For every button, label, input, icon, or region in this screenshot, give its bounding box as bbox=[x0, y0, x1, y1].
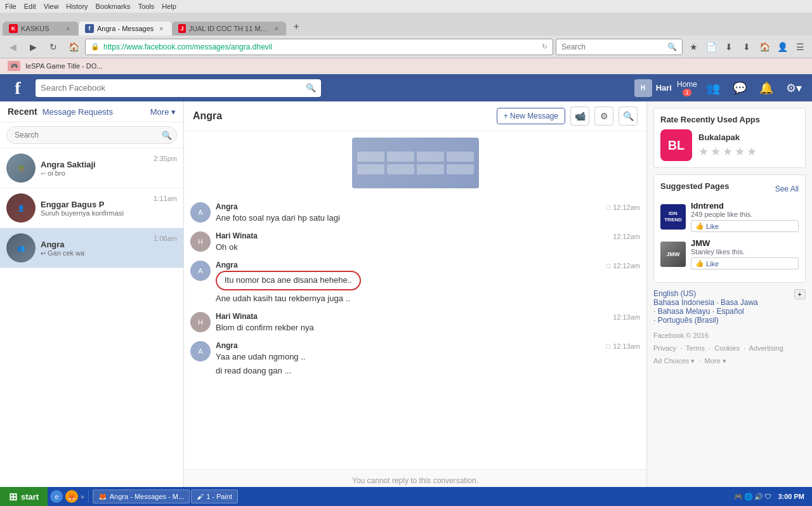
like-button-jmw[interactable]: 👍 Like bbox=[691, 257, 799, 269]
facebook-user[interactable]: H Hari bbox=[634, 79, 672, 97]
reload-icon[interactable]: ↻ bbox=[542, 42, 547, 51]
home-nav-button[interactable]: 🏠 bbox=[65, 38, 82, 56]
current-language[interactable]: English (US) bbox=[653, 289, 696, 298]
search-chat-button[interactable]: 🔍 bbox=[619, 107, 638, 126]
sidebar-search-input[interactable] bbox=[6, 126, 177, 144]
url-bar[interactable]: 🔒 https://www.facebook.com/messages/angr… bbox=[85, 39, 553, 55]
conversation-time: 1:06am bbox=[154, 233, 177, 242]
taskbar-item-paint[interactable]: 🖌 1 - Paint bbox=[191, 490, 238, 503]
profile-icon[interactable]: 👤 bbox=[774, 39, 790, 55]
message-text: Ane foto soal nya dari hp satu lagi bbox=[216, 212, 601, 224]
tab-kaskus[interactable]: K KASKUS × bbox=[3, 22, 79, 36]
page-likes: Stanley likes this. bbox=[691, 248, 799, 256]
tab-jual-close[interactable]: × bbox=[273, 24, 280, 33]
footer-advertising[interactable]: Advertising bbox=[749, 344, 783, 352]
footer-ad-choices[interactable]: Ad Choices bbox=[653, 357, 689, 365]
idntrend-icon: IDN TREND bbox=[660, 204, 686, 230]
reader-icon[interactable]: 📄 bbox=[703, 39, 719, 55]
antivirus-tray-icon[interactable]: 🛡 bbox=[764, 493, 771, 500]
message-row-5: A Angra Yaa ane udah ngmong .. di read d… bbox=[190, 341, 640, 377]
ie-icon[interactable]: e bbox=[50, 490, 63, 503]
message-text-circled: Itu nomor bca ane disana hehehe.. bbox=[216, 271, 361, 290]
star-4[interactable]: ★ bbox=[735, 145, 745, 159]
tab-angra-label: Angra - Messages bbox=[97, 25, 154, 32]
notifications-icon[interactable]: 🔔 bbox=[756, 79, 777, 98]
browser-toolbar: ◀ ▶ ↻ 🏠 🔒 https://www.facebook.com/messa… bbox=[0, 36, 812, 58]
message-avatar-hari-2: H bbox=[190, 312, 211, 332]
home-icon[interactable]: 🏠 bbox=[756, 39, 773, 55]
footer-cookies[interactable]: Cookies bbox=[714, 344, 740, 352]
taskbar-item-firefox[interactable]: 🦊 Angra - Messages - M... bbox=[93, 490, 190, 503]
facebook-search-bar[interactable]: 🔍 bbox=[36, 79, 321, 97]
tab-jual[interactable]: J JUAL ID COC TH 11 MAX , JA... × bbox=[172, 22, 286, 36]
star-5[interactable]: ★ bbox=[747, 145, 757, 159]
tab-angra-close[interactable]: × bbox=[157, 24, 166, 33]
video-call-button[interactable]: 📹 bbox=[570, 107, 589, 126]
star-1[interactable]: ★ bbox=[698, 145, 709, 159]
notif-icon: 🎮 bbox=[8, 61, 20, 71]
see-all-link[interactable]: See All bbox=[775, 185, 799, 193]
forward-button[interactable]: ▶ bbox=[24, 38, 42, 56]
menu-edit[interactable]: Edit bbox=[24, 3, 36, 10]
pocket-icon[interactable]: ⬇ bbox=[721, 39, 737, 55]
messages-icon[interactable]: 💬 bbox=[729, 79, 750, 98]
star-rating[interactable]: ★ ★ ★ ★ ★ bbox=[698, 145, 757, 159]
settings-icon[interactable]: ⚙▾ bbox=[782, 79, 806, 98]
more-label: More bbox=[150, 107, 169, 117]
conversation-item-angra-saktiaji[interactable]: 🌴 Angra Saktiaji ↩ oi bro 2:35pm bbox=[0, 148, 183, 188]
menu-help[interactable]: Help bbox=[162, 3, 176, 10]
page-item-jmw: JMW JMW Stanley likes this. 👍 Like bbox=[660, 238, 799, 269]
conversation-preview: ↩ oi bro bbox=[41, 169, 148, 177]
facebook-search-input[interactable] bbox=[41, 83, 302, 93]
footer-terms[interactable]: Terms bbox=[686, 344, 705, 352]
tab-angra[interactable]: f Angra - Messages × bbox=[79, 22, 172, 36]
star-2[interactable]: ★ bbox=[710, 145, 721, 159]
menu-view[interactable]: View bbox=[44, 3, 59, 10]
copyright: Facebook © 2016 bbox=[653, 330, 806, 342]
home-badge: 1 bbox=[683, 89, 691, 96]
footer-privacy[interactable]: Privacy bbox=[653, 344, 676, 352]
user-avatar: H bbox=[634, 79, 652, 97]
chat-image-preview bbox=[352, 138, 479, 188]
new-message-button[interactable]: + New Message bbox=[497, 108, 565, 124]
thumbs-up-icon: 👍 bbox=[695, 222, 704, 230]
add-language-button[interactable]: + bbox=[794, 289, 806, 299]
menu-tools[interactable]: Tools bbox=[138, 3, 155, 10]
friends-icon[interactable]: 👥 bbox=[702, 79, 724, 98]
facebook-header: f 🔍 H Hari Home 1 👥 💬 🔔 ⚙▾ bbox=[0, 74, 812, 101]
star-3[interactable]: ★ bbox=[723, 145, 733, 159]
lang-basa-jawa[interactable]: Basa Jawa bbox=[721, 298, 758, 307]
tab-kaskus-close[interactable]: × bbox=[63, 24, 72, 33]
menu-history[interactable]: History bbox=[66, 3, 88, 10]
downloads-icon[interactable]: ⬇ bbox=[738, 39, 755, 55]
conversation-item-enggar[interactable]: 👤 Enggar Bagus P Suruh buyernya konfirma… bbox=[0, 188, 183, 228]
refresh-button[interactable]: ↻ bbox=[44, 38, 62, 56]
network-tray-icon[interactable]: 🌐 bbox=[744, 493, 753, 501]
firefox-icon[interactable]: 🦊 bbox=[65, 490, 78, 503]
footer-more[interactable]: More bbox=[705, 357, 721, 365]
new-tab-button[interactable]: + bbox=[287, 18, 305, 36]
volume-tray-icon[interactable]: 🔊 bbox=[754, 493, 763, 501]
browser-search-input[interactable] bbox=[561, 42, 667, 51]
lang-bahasa-melayu[interactable]: Bahasa Melayu bbox=[658, 307, 710, 316]
sidebar-more-link[interactable]: More ▾ bbox=[150, 107, 176, 117]
settings-button[interactable]: ⚙ bbox=[594, 107, 613, 126]
conversation-item-angra[interactable]: 👥 Angra ↩ Gan cek wa 1:06am bbox=[0, 228, 183, 268]
back-button[interactable]: ◀ bbox=[4, 38, 22, 56]
menu-icon[interactable]: ☰ bbox=[792, 39, 808, 55]
sidebar-requests-link[interactable]: Message Requests bbox=[43, 107, 113, 117]
steam-tray-icon[interactable]: 🎮 bbox=[734, 493, 743, 501]
suggested-pages-header: Suggested Pages See All bbox=[660, 181, 799, 196]
browser-search-bar[interactable]: 🔍 bbox=[556, 39, 683, 55]
menu-bookmarks[interactable]: Bookmarks bbox=[96, 3, 131, 10]
menu-file[interactable]: File bbox=[5, 3, 16, 10]
like-button-idntrend[interactable]: 👍 Like bbox=[691, 220, 799, 232]
lang-bahasa-indonesia[interactable]: Bahasa Indonesia bbox=[653, 298, 714, 307]
home-nav-item[interactable]: Home 1 bbox=[677, 80, 697, 96]
bookmarks-icon[interactable]: ★ bbox=[685, 39, 702, 55]
message-content-1: Angra Ane foto soal nya dari hp satu lag… bbox=[216, 202, 601, 224]
lang-portugues[interactable]: Português (Brasil) bbox=[658, 316, 719, 325]
message-subtext: di read doang gan ... bbox=[216, 365, 601, 377]
lang-espanol[interactable]: Español bbox=[716, 307, 743, 316]
start-button[interactable]: ⊞ start bbox=[0, 487, 48, 506]
